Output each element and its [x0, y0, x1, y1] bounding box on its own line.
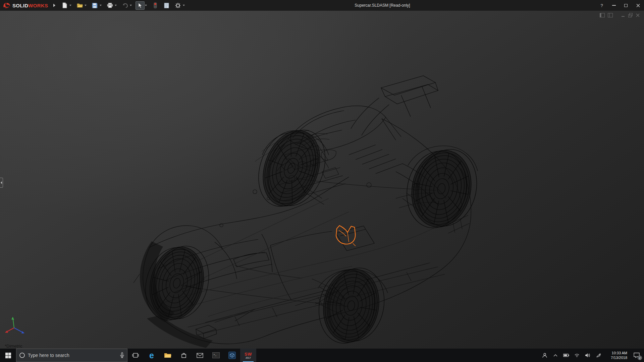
maximize-icon	[624, 4, 628, 7]
gear-icon	[175, 3, 181, 8]
help-icon: ?	[600, 3, 603, 8]
ds-logo-icon	[3, 2, 11, 9]
search-input[interactable]	[28, 353, 120, 358]
new-dropdown-icon[interactable]	[69, 5, 71, 6]
battery-icon	[563, 354, 569, 357]
pen-button[interactable]	[593, 349, 604, 362]
volume-button[interactable]	[582, 349, 593, 362]
window-controls: ?	[596, 0, 644, 11]
rear-left-wheel	[249, 119, 335, 218]
options-button[interactable]	[173, 1, 182, 10]
main-toolbar	[60, 0, 189, 11]
options-dropdown-icon[interactable]	[183, 5, 185, 6]
rebuild-button[interactable]	[151, 1, 160, 10]
chevron-up-icon	[553, 354, 557, 357]
doc-restore-icon[interactable]	[628, 13, 633, 17]
help-button[interactable]: ?	[596, 0, 608, 11]
brand-text: SOLIDWORKS	[12, 3, 48, 8]
minimize-icon	[612, 5, 616, 6]
select-button[interactable]	[136, 1, 145, 10]
view-orientation-label: *Dimetric	[5, 344, 22, 349]
undo-button[interactable]	[120, 1, 129, 10]
people-button[interactable]	[539, 349, 550, 362]
save-button[interactable]	[90, 1, 99, 10]
doc-close-icon[interactable]	[636, 13, 640, 17]
edge-browser-button[interactable]: e	[144, 349, 160, 362]
new-document-button[interactable]	[60, 1, 69, 10]
select-dropdown-icon[interactable]	[145, 5, 147, 6]
file-properties-button[interactable]	[162, 1, 171, 10]
wireframe-model	[0, 11, 644, 349]
display-pane-icon[interactable]	[608, 13, 613, 17]
titlebar: SOLIDWORKS	[0, 0, 644, 11]
rebuild-traffic-light-icon	[153, 2, 157, 8]
document-window-controls	[600, 13, 640, 17]
battery-button[interactable]	[561, 349, 572, 362]
taskbar-clock[interactable]: 10:33 AM 7/13/2018	[604, 349, 629, 362]
notification-badge: 2	[638, 356, 642, 360]
mail-button[interactable]	[192, 349, 208, 362]
pen-icon	[596, 353, 601, 358]
new-document-icon	[62, 2, 67, 8]
undo-icon	[122, 3, 128, 8]
wifi-icon	[574, 353, 580, 357]
save-dropdown-icon[interactable]	[100, 5, 102, 6]
open-dropdown-icon[interactable]	[85, 5, 87, 6]
mail-icon	[197, 353, 203, 358]
file-explorer-button[interactable]	[160, 349, 176, 362]
edge-icon: e	[149, 351, 154, 360]
people-icon	[542, 353, 547, 358]
task-view-icon	[132, 353, 139, 358]
undo-dropdown-icon[interactable]	[130, 5, 132, 6]
3d-app-button[interactable]	[224, 349, 240, 362]
close-icon	[636, 4, 640, 7]
3d-app-icon	[228, 352, 236, 359]
network-button[interactable]	[572, 349, 582, 362]
store-button[interactable]	[176, 349, 192, 362]
minimize-button[interactable]	[608, 0, 620, 11]
selected-component[interactable]	[336, 226, 356, 246]
task-view-button[interactable]	[127, 349, 144, 362]
console-button[interactable]: >_	[208, 349, 224, 362]
open-button[interactable]	[75, 1, 84, 10]
open-folder-icon	[77, 3, 83, 8]
solidworks-2017-icon: SW 2017	[245, 352, 252, 359]
microphone-icon[interactable]	[120, 352, 124, 358]
menu-flyout-arrow-icon[interactable]	[53, 4, 55, 7]
store-icon	[181, 352, 187, 358]
file-properties-icon	[164, 3, 169, 8]
close-button[interactable]	[632, 0, 644, 11]
maximize-button[interactable]	[620, 0, 632, 11]
console-icon: >_	[212, 352, 220, 358]
orientation-triad	[1, 312, 34, 345]
volume-icon	[585, 353, 590, 358]
solidworks-2017-button[interactable]: SW 2017	[240, 349, 256, 362]
front-right-wheel	[313, 262, 390, 349]
clock-time: 10:33 AM	[612, 351, 627, 355]
graphics-viewport[interactable]: *Dimetric	[0, 11, 644, 349]
feature-manager-collapsed-tab[interactable]	[0, 178, 3, 188]
file-explorer-icon	[164, 352, 171, 358]
taskbar-search[interactable]	[16, 349, 127, 362]
screen: SOLIDWORKS	[0, 0, 644, 362]
select-cursor-icon	[138, 3, 143, 8]
print-button[interactable]	[105, 1, 114, 10]
action-center-button[interactable]: 2	[629, 349, 644, 362]
cortana-icon	[19, 352, 25, 358]
print-icon	[107, 3, 113, 8]
feature-panel-icon[interactable]	[600, 13, 605, 17]
rear-right-wheel	[400, 142, 484, 236]
system-tray: 10:33 AM 7/13/2018 2	[539, 349, 644, 362]
hidden-icons-button[interactable]	[550, 349, 561, 362]
windows-logo-icon	[5, 353, 11, 358]
clock-date: 7/13/2018	[611, 355, 627, 360]
solidworks-logo: SOLIDWORKS	[0, 0, 50, 11]
collapse-arrow-icon	[1, 181, 2, 184]
windows-taskbar: e >_	[0, 349, 644, 362]
window-title: Supercar.SLDASM [Read-only]	[188, 3, 577, 8]
start-button[interactable]	[0, 349, 16, 362]
doc-minimize-icon[interactable]	[621, 13, 625, 17]
print-dropdown-icon[interactable]	[115, 5, 117, 6]
save-icon	[92, 3, 98, 8]
